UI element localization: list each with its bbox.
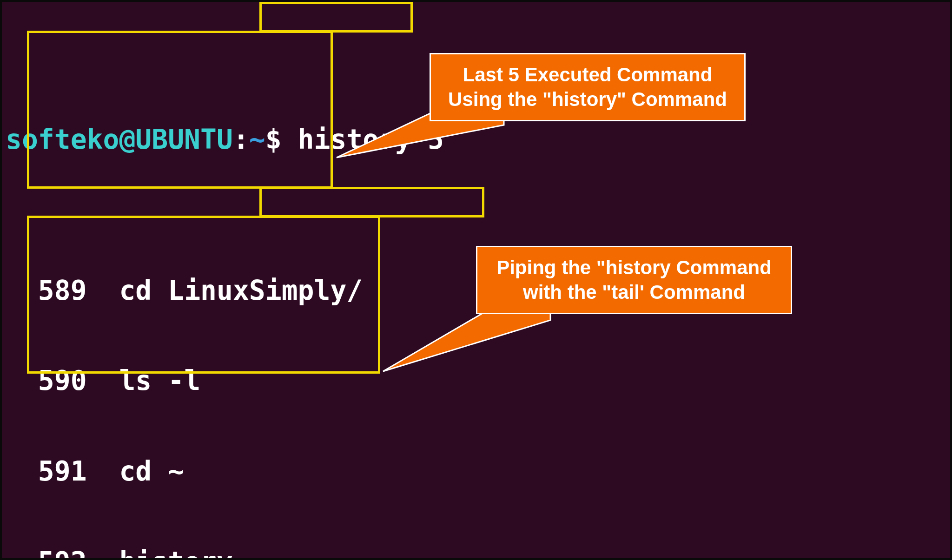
callout-2: Piping the "history Command with the "ta… (476, 246, 792, 314)
history-num: 590 (38, 365, 87, 396)
history-row: 591 cd ~ (6, 456, 946, 487)
callout-2-line2: with the "tail' Command (488, 280, 780, 305)
callout-1: Last 5 Executed Command Using the "histo… (430, 53, 746, 121)
prompt-path: ~ (249, 124, 265, 155)
callout-1-line2: Using the "history" Command (441, 87, 734, 112)
history-cmd: history (119, 546, 232, 560)
prompt-symbol: $ (265, 124, 282, 155)
history-num: 591 (38, 455, 87, 487)
prompt-colon: : (233, 124, 249, 155)
callout-1-line1: Last 5 Executed Command (441, 63, 734, 87)
history-num: 589 (38, 275, 87, 306)
history-cmd: cd LinuxSimply/ (119, 275, 363, 306)
user-host: softeko@UBUNTU (6, 124, 233, 155)
callout-2-line1: Piping the "history Command (488, 256, 780, 280)
history-cmd: cd ~ (119, 455, 184, 487)
history-row: 592 history (6, 547, 946, 560)
history-num: 592 (38, 546, 87, 560)
history-cmd: ls -l (119, 365, 200, 396)
